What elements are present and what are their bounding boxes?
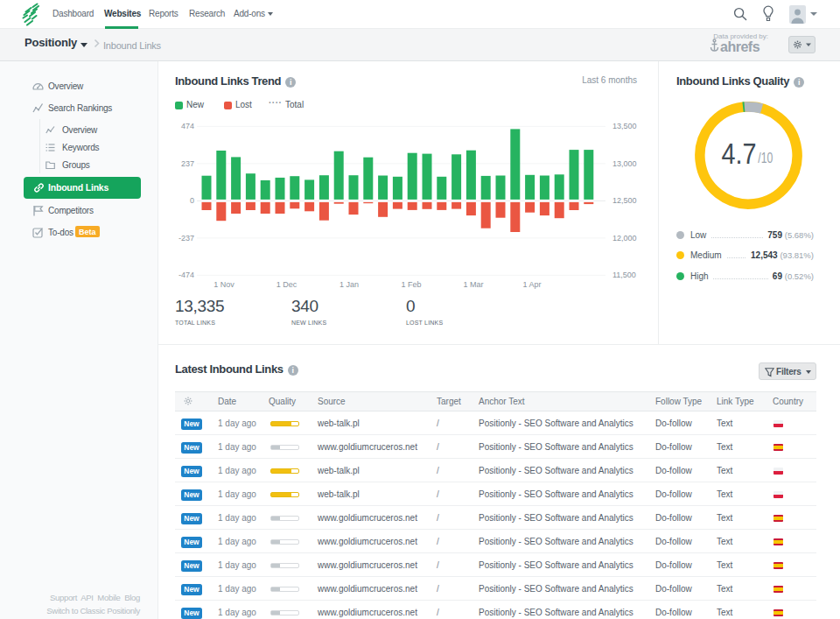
svg-text:12,500: 12,500: [612, 196, 637, 205]
svg-text:12,000: 12,000: [612, 234, 637, 243]
svg-text:1 Dec: 1 Dec: [276, 280, 298, 289]
svg-text:11,500: 11,500: [612, 271, 636, 279]
svg-text:-474: -474: [178, 271, 194, 279]
svg-text:-237: -237: [178, 234, 194, 243]
svg-text:1 Jan: 1 Jan: [340, 280, 359, 289]
svg-text:1 Nov: 1 Nov: [214, 280, 234, 289]
svg-text:474: 474: [181, 122, 194, 130]
svg-text:4.7: 4.7: [722, 137, 757, 170]
svg-text:13,000: 13,000: [612, 159, 637, 168]
svg-text:/10: /10: [758, 150, 773, 166]
svg-text:0: 0: [190, 196, 194, 205]
svg-text:1 Apr: 1 Apr: [522, 280, 541, 289]
svg-text:1 Mar: 1 Mar: [463, 280, 483, 289]
svg-text:13,500: 13,500: [612, 122, 637, 130]
svg-text:ahrefs: ahrefs: [720, 39, 760, 54]
svg-text:237: 237: [181, 159, 194, 168]
svg-text:1 Feb: 1 Feb: [401, 280, 421, 289]
